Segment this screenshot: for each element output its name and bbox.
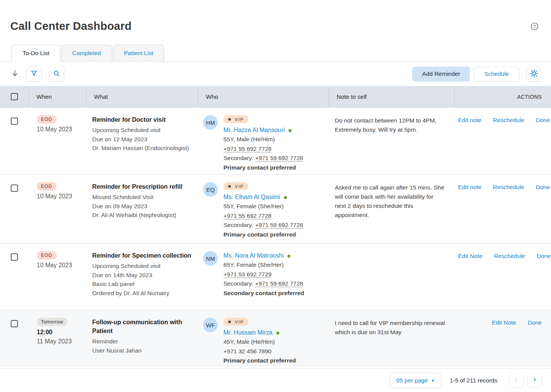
done-link[interactable]: Done xyxy=(536,184,550,191)
primary-phone-link[interactable]: +971 55 692 7728 xyxy=(223,145,271,152)
schedule-button[interactable]: Schedule xyxy=(474,67,519,82)
task-detail: Due on 09 May 2023 xyxy=(92,202,192,211)
add-reminder-button[interactable]: Add Reminder xyxy=(412,67,470,82)
page-header: Call Center Dashboard ? xyxy=(0,0,551,33)
toolbar: Add Reminder Schedule xyxy=(0,62,551,86)
edit-note-link[interactable]: Edit note xyxy=(458,184,481,191)
secondary-phone-link[interactable]: +971 59 692 7728 xyxy=(255,222,303,228)
primary-phone-link[interactable]: +971 55 692 7728 xyxy=(223,212,271,219)
search-icon xyxy=(53,70,60,78)
tab-completed[interactable]: Completed xyxy=(61,45,112,62)
note-to-self xyxy=(329,243,454,310)
settings-button[interactable] xyxy=(526,66,542,82)
table-row: EOD 10 May 2023 Reminder for Specimen co… xyxy=(0,243,551,310)
star-icon: ★ xyxy=(227,183,232,189)
filter-button[interactable] xyxy=(26,66,42,82)
help-button[interactable]: ? xyxy=(530,22,539,32)
row-checkbox[interactable] xyxy=(11,118,18,125)
task-detail: Upcoming Scheduled visit xyxy=(92,261,192,271)
chevron-down-icon: ▾ xyxy=(432,378,434,383)
task-detail: Due on 12 May 2023 xyxy=(92,135,192,144)
task-title: Follow-up communication with Patient xyxy=(92,318,192,335)
task-title: Reminder for Prescription refill xyxy=(92,182,192,191)
edit-note-link[interactable]: Edit note xyxy=(458,117,481,124)
secondary-label: Secondary: xyxy=(223,222,253,228)
edit-note-link[interactable]: Edit Note xyxy=(458,253,483,260)
pagination-bar: 05 per page ▾ 1-5 of 211 records xyxy=(0,368,551,392)
download-button[interactable] xyxy=(11,69,19,79)
online-status-dot xyxy=(289,129,292,132)
due-badge: Tomorrow xyxy=(37,318,67,326)
contact-preference: Primary contact preferred xyxy=(223,163,303,173)
vip-badge: ★ VIP xyxy=(223,318,248,326)
patient-name-link[interactable]: Mr. Hussain Mirza xyxy=(223,329,272,336)
due-time: 12:00 xyxy=(37,329,82,336)
due-date: 10 May 2023 xyxy=(37,126,82,133)
col-header-who: Who xyxy=(198,86,329,107)
tab-to-do-list[interactable]: To-Do List xyxy=(11,45,60,62)
star-icon: ★ xyxy=(227,319,232,325)
search-button[interactable] xyxy=(49,66,64,82)
secondary-label: Secondary: xyxy=(223,280,253,287)
note-to-self: Do not contact between 12PM to 4PM, Extr… xyxy=(329,108,454,174)
reschedule-link[interactable]: Reschedule xyxy=(493,117,524,124)
filter-icon xyxy=(30,70,38,78)
done-link[interactable]: Done xyxy=(536,117,550,124)
task-detail: Due on 14th May 2023 xyxy=(92,271,192,280)
online-status-dot xyxy=(284,196,287,199)
gear-icon xyxy=(530,69,538,79)
due-badge: EOD xyxy=(37,115,57,124)
patient-demographics: 65Y, Female (She/Her) xyxy=(223,260,304,270)
done-link[interactable]: Done xyxy=(528,319,542,326)
help-icon: ? xyxy=(530,26,539,32)
avatar: EQ xyxy=(203,182,218,197)
task-detail: User Nusrat Jahan xyxy=(92,346,192,355)
reschedule-link[interactable]: Reschedule xyxy=(494,253,525,260)
edit-note-link[interactable]: Edit Note xyxy=(492,319,516,326)
patient-demographics: 55Y, Male (He/Him) xyxy=(223,135,303,144)
row-checkbox[interactable] xyxy=(11,253,18,261)
reschedule-link[interactable]: Reschedule xyxy=(493,184,524,191)
secondary-phone-link[interactable]: +971 59 692 7728 xyxy=(255,155,303,161)
avatar: HM xyxy=(203,115,218,130)
task-detail: Dr. Ali Al Wehaibi (Nephrologist) xyxy=(92,211,192,220)
col-header-actions: ACTIONS xyxy=(454,86,551,107)
patient-demographics: 45Y, Male (He/Him) xyxy=(223,337,296,347)
task-title: Reminder for Specimen collection xyxy=(92,251,192,260)
done-link[interactable]: Done xyxy=(537,253,551,260)
table-header: When What Who Note to self ACTIONS xyxy=(0,86,551,108)
task-detail: Basic Lab panel xyxy=(92,279,192,289)
col-header-what: What xyxy=(86,86,198,107)
secondary-phone-link[interactable]: +971 59 692 7728 xyxy=(255,280,303,287)
patient-demographics: 55Y, Female (She/Her) xyxy=(223,202,303,211)
due-badge: EOD xyxy=(37,251,57,260)
patient-name-link[interactable]: Ms. Nora Al Matrooshi xyxy=(223,252,284,259)
row-checkbox[interactable] xyxy=(11,185,18,192)
prev-page-button[interactable] xyxy=(509,373,523,388)
due-date: 11 May 2023 xyxy=(37,338,82,345)
due-date: 10 May 2023 xyxy=(37,262,82,269)
avatar: NM xyxy=(203,251,218,266)
row-checkbox[interactable] xyxy=(11,320,18,327)
task-detail: Ordered by Dr. Ali Al Numairy xyxy=(92,289,192,298)
patient-name-link[interactable]: Mr. Hazza Al Mansouri xyxy=(223,127,285,133)
next-page-button[interactable] xyxy=(527,373,542,388)
page-title: Call Center Dashboard xyxy=(10,20,132,33)
per-page-select[interactable]: 05 per page ▾ xyxy=(389,373,442,388)
records-count: 1-5 of 211 records xyxy=(450,377,497,384)
secondary-label: Secondary: xyxy=(223,155,253,161)
contact-preference: Secondary contact preferred xyxy=(223,289,304,298)
due-date: 10 May 2023 xyxy=(37,193,82,200)
patient-name-link[interactable]: Ms. Elham Al Qasimi xyxy=(223,194,280,200)
online-status-dot xyxy=(287,255,290,258)
primary-phone-link[interactable]: +971 53 692 7729 xyxy=(223,271,271,278)
primary-phone-link[interactable]: +971 32 456 7890 xyxy=(223,348,271,354)
task-detail: Reminder xyxy=(92,337,192,346)
avatar: WF xyxy=(203,318,218,332)
vip-badge: ★ VIP xyxy=(223,115,248,123)
col-header-when: When xyxy=(28,86,86,107)
tab-patient-list[interactable]: Patient List xyxy=(113,45,165,62)
select-all-checkbox[interactable] xyxy=(11,93,18,100)
contact-preference: Primary contact preferred xyxy=(223,230,303,240)
tab-bar: To-Do List Completed Patient List xyxy=(0,45,551,62)
